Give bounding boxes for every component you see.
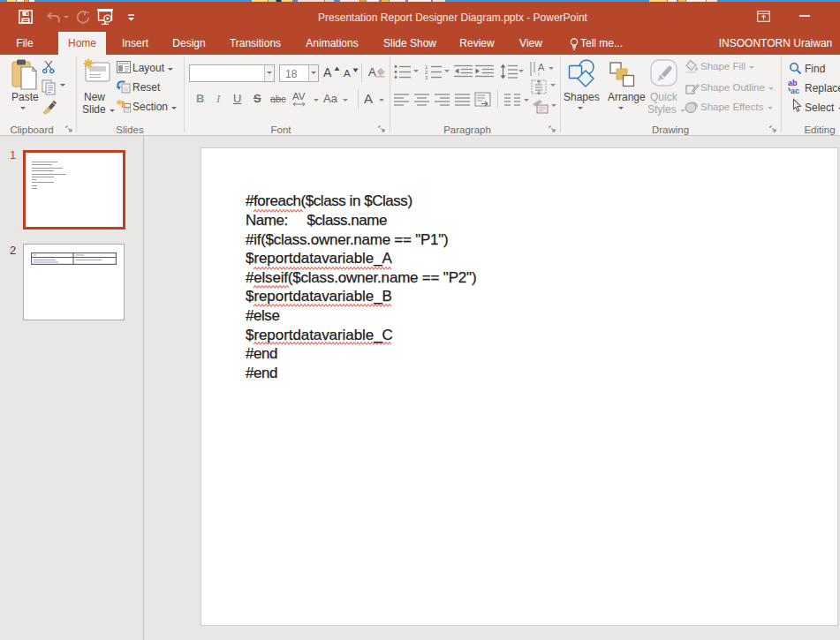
- svg-text:A: A: [538, 62, 545, 72]
- svg-text:3: 3: [425, 75, 428, 80]
- svg-text:A: A: [368, 65, 376, 79]
- svg-text:ac: ac: [791, 87, 799, 95]
